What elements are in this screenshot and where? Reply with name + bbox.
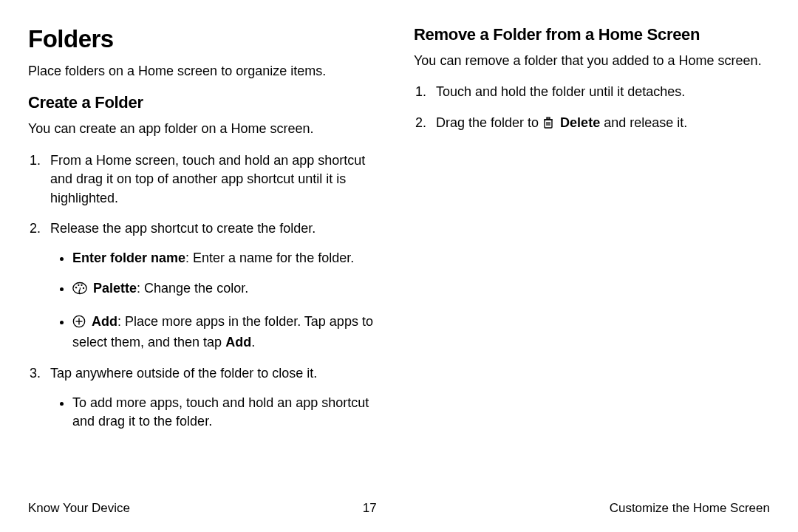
- svg-point-3: [81, 284, 82, 286]
- remove-folder-heading: Remove a Folder from a Home Screen: [414, 25, 770, 44]
- svg-point-1: [75, 287, 77, 288]
- footer-right: Customize the Home Screen: [610, 501, 770, 516]
- palette-icon: [72, 282, 87, 301]
- create-folder-desc: You can create an app folder on a Home s…: [28, 120, 384, 137]
- list-item: Enter folder name: Enter a name for the …: [72, 249, 384, 268]
- create-folder-heading: Create a Folder: [28, 93, 384, 112]
- create-folder-steps: From a Home screen, touch and hold an ap…: [28, 151, 384, 432]
- list-item: From a Home screen, touch and hold an ap…: [44, 151, 384, 208]
- svg-point-2: [78, 284, 79, 286]
- footer-left: Know Your Device: [28, 501, 130, 516]
- svg-rect-13: [547, 117, 550, 119]
- add-icon: [72, 315, 86, 334]
- list-item: Add: Place more apps in the folder. Tap …: [72, 313, 384, 352]
- remove-folder-steps: Touch and hold the folder until it detac…: [414, 83, 770, 134]
- list-item: Tap anywhere outside of the folder to cl…: [44, 364, 384, 432]
- list-item: Drag the folder to Delete and release it…: [430, 114, 770, 135]
- page-number: 17: [363, 501, 377, 516]
- svg-point-4: [83, 287, 84, 289]
- page-title: Folders: [28, 25, 384, 53]
- list-item: Release the app shortcut to create the f…: [44, 219, 384, 352]
- list-item: Palette: Change the color.: [72, 279, 384, 301]
- intro-text: Place folders on a Home screen to organi…: [28, 62, 384, 80]
- remove-folder-desc: You can remove a folder that you added t…: [414, 52, 770, 69]
- list-item: To add more apps, touch and hold an app …: [72, 394, 384, 432]
- list-item: Touch and hold the folder until it detac…: [430, 83, 770, 102]
- delete-icon: [542, 116, 554, 135]
